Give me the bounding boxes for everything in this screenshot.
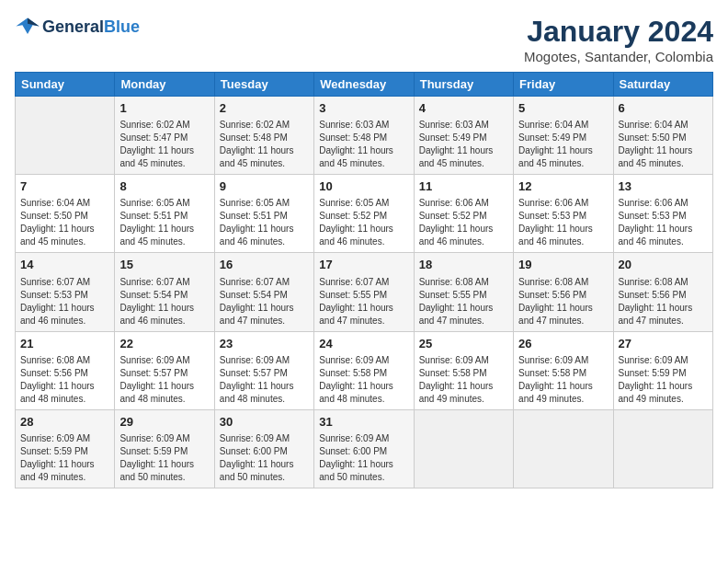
day-cell: 25Sunrise: 6:09 AM Sunset: 5:58 PM Dayli… [414,331,513,409]
day-number: 6 [619,100,708,117]
day-cell: 24Sunrise: 6:09 AM Sunset: 5:58 PM Dayli… [314,331,414,409]
day-cell: 23Sunrise: 6:09 AM Sunset: 5:57 PM Dayli… [214,331,313,409]
day-number: 16 [220,257,309,273]
day-cell: 11Sunrise: 6:06 AM Sunset: 5:52 PM Dayli… [414,175,513,253]
day-cell: 5Sunrise: 6:04 AM Sunset: 5:49 PM Daylig… [514,97,613,175]
day-number: 10 [319,178,408,195]
day-info: Sunrise: 6:06 AM Sunset: 5:53 PM Dayligh… [518,197,608,248]
day-info: Sunrise: 6:08 AM Sunset: 5:56 PM Dayligh… [20,354,109,406]
day-cell: 27Sunrise: 6:09 AM Sunset: 5:59 PM Dayli… [613,331,712,409]
page: GeneralBlue January 2024 Mogotes, Santan… [0,0,728,563]
col-header-sunday: Sunday [16,73,115,97]
day-cell: 7Sunrise: 6:04 AM Sunset: 5:50 PM Daylig… [16,175,115,253]
day-cell: 16Sunrise: 6:07 AM Sunset: 5:54 PM Dayli… [214,253,313,331]
day-info: Sunrise: 6:04 AM Sunset: 5:50 PM Dayligh… [20,197,109,248]
day-info: Sunrise: 6:09 AM Sunset: 5:57 PM Dayligh… [119,354,209,406]
logo-bird-icon [15,15,40,40]
day-info: Sunrise: 6:04 AM Sunset: 5:49 PM Dayligh… [518,119,608,170]
day-number: 4 [419,100,508,117]
day-info: Sunrise: 6:07 AM Sunset: 5:54 PM Dayligh… [119,276,209,327]
col-header-monday: Monday [115,73,214,97]
logo-text: GeneralBlue [42,18,140,37]
day-cell: 10Sunrise: 6:05 AM Sunset: 5:52 PM Dayli… [314,175,414,253]
day-number: 28 [20,414,109,431]
day-cell: 19Sunrise: 6:08 AM Sunset: 5:56 PM Dayli… [514,253,613,331]
day-cell: 2Sunrise: 6:02 AM Sunset: 5:48 PM Daylig… [214,97,313,175]
col-header-friday: Friday [514,73,613,97]
day-number: 8 [119,178,209,195]
day-number: 1 [119,100,209,117]
day-number: 25 [419,336,508,352]
day-cell: 14Sunrise: 6:07 AM Sunset: 5:53 PM Dayli… [16,253,115,331]
logo: GeneralBlue [15,15,140,40]
day-cell: 20Sunrise: 6:08 AM Sunset: 5:56 PM Dayli… [613,253,712,331]
day-cell [514,409,613,488]
day-number: 13 [619,178,708,195]
main-title: January 2024 [524,15,713,49]
day-info: Sunrise: 6:09 AM Sunset: 5:57 PM Dayligh… [220,354,309,406]
subtitle: Mogotes, Santander, Colombia [524,49,713,64]
day-cell: 8Sunrise: 6:05 AM Sunset: 5:51 PM Daylig… [115,175,214,253]
day-number: 5 [518,100,608,117]
day-number: 21 [20,336,109,352]
week-row-3: 14Sunrise: 6:07 AM Sunset: 5:53 PM Dayli… [16,253,713,331]
day-info: Sunrise: 6:08 AM Sunset: 5:56 PM Dayligh… [518,276,608,327]
day-number: 30 [220,414,309,431]
day-info: Sunrise: 6:09 AM Sunset: 5:59 PM Dayligh… [119,432,209,484]
day-cell: 6Sunrise: 6:04 AM Sunset: 5:50 PM Daylig… [613,97,712,175]
day-info: Sunrise: 6:09 AM Sunset: 5:58 PM Dayligh… [319,354,408,406]
col-header-wednesday: Wednesday [314,73,414,97]
day-info: Sunrise: 6:04 AM Sunset: 5:50 PM Dayligh… [619,119,708,170]
day-cell: 31Sunrise: 6:09 AM Sunset: 6:00 PM Dayli… [314,409,414,488]
day-cell: 26Sunrise: 6:09 AM Sunset: 5:58 PM Dayli… [514,331,613,409]
col-header-thursday: Thursday [414,73,513,97]
day-info: Sunrise: 6:08 AM Sunset: 5:56 PM Dayligh… [619,276,708,327]
day-number: 23 [220,336,309,352]
day-number: 12 [518,178,608,195]
day-info: Sunrise: 6:07 AM Sunset: 5:53 PM Dayligh… [20,276,109,327]
day-cell: 9Sunrise: 6:05 AM Sunset: 5:51 PM Daylig… [214,175,313,253]
day-cell: 28Sunrise: 6:09 AM Sunset: 5:59 PM Dayli… [16,409,115,488]
day-cell: 1Sunrise: 6:02 AM Sunset: 5:47 PM Daylig… [115,97,214,175]
day-number: 22 [119,336,209,352]
day-info: Sunrise: 6:08 AM Sunset: 5:55 PM Dayligh… [419,276,508,327]
day-info: Sunrise: 6:06 AM Sunset: 5:53 PM Dayligh… [619,197,708,248]
day-cell: 21Sunrise: 6:08 AM Sunset: 5:56 PM Dayli… [16,331,115,409]
day-cell: 3Sunrise: 6:03 AM Sunset: 5:48 PM Daylig… [314,97,414,175]
day-info: Sunrise: 6:06 AM Sunset: 5:52 PM Dayligh… [419,197,508,248]
day-cell: 15Sunrise: 6:07 AM Sunset: 5:54 PM Dayli… [115,253,214,331]
day-number: 14 [20,257,109,273]
col-header-tuesday: Tuesday [214,73,313,97]
day-info: Sunrise: 6:05 AM Sunset: 5:51 PM Dayligh… [119,197,209,248]
day-number: 17 [319,257,408,273]
day-cell: 18Sunrise: 6:08 AM Sunset: 5:55 PM Dayli… [414,253,513,331]
day-info: Sunrise: 6:07 AM Sunset: 5:55 PM Dayligh… [319,276,408,327]
day-number: 27 [619,336,708,352]
day-info: Sunrise: 6:03 AM Sunset: 5:49 PM Dayligh… [419,119,508,170]
day-number: 26 [518,336,608,352]
day-number: 3 [319,100,408,117]
day-number: 11 [419,178,508,195]
day-cell: 17Sunrise: 6:07 AM Sunset: 5:55 PM Dayli… [314,253,414,331]
calendar-table: SundayMondayTuesdayWednesdayThursdayFrid… [15,72,713,488]
day-cell [414,409,513,488]
day-info: Sunrise: 6:07 AM Sunset: 5:54 PM Dayligh… [220,276,309,327]
day-number: 19 [518,257,608,273]
day-info: Sunrise: 6:02 AM Sunset: 5:48 PM Dayligh… [220,119,309,170]
week-row-1: 1Sunrise: 6:02 AM Sunset: 5:47 PM Daylig… [16,97,713,175]
header-row: SundayMondayTuesdayWednesdayThursdayFrid… [16,73,713,97]
day-info: Sunrise: 6:09 AM Sunset: 5:59 PM Dayligh… [619,354,708,406]
day-number: 9 [220,178,309,195]
day-number: 2 [220,100,309,117]
day-number: 20 [619,257,708,273]
day-info: Sunrise: 6:09 AM Sunset: 6:00 PM Dayligh… [220,432,309,484]
week-row-5: 28Sunrise: 6:09 AM Sunset: 5:59 PM Dayli… [16,409,713,488]
day-cell [613,409,712,488]
col-header-saturday: Saturday [613,73,712,97]
day-info: Sunrise: 6:05 AM Sunset: 5:51 PM Dayligh… [220,197,309,248]
day-info: Sunrise: 6:09 AM Sunset: 5:59 PM Dayligh… [20,432,109,484]
day-cell: 4Sunrise: 6:03 AM Sunset: 5:49 PM Daylig… [414,97,513,175]
day-info: Sunrise: 6:09 AM Sunset: 5:58 PM Dayligh… [518,354,608,406]
day-cell: 22Sunrise: 6:09 AM Sunset: 5:57 PM Dayli… [115,331,214,409]
day-cell: 30Sunrise: 6:09 AM Sunset: 6:00 PM Dayli… [214,409,313,488]
